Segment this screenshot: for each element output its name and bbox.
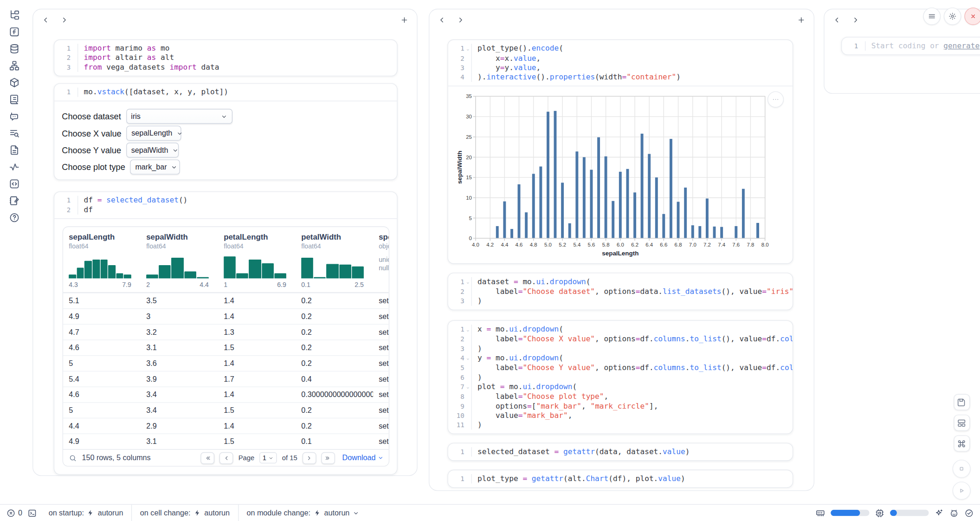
table-row[interactable]: 4.931.40.2setosa [63, 308, 389, 324]
sidebar-database-button[interactable] [9, 43, 20, 54]
x-value-select[interactable]: sepalLength [127, 126, 182, 141]
cell-plot-type[interactable]: 1plot_type = getattr(alt.Chart(df), plot… [447, 470, 793, 488]
page-select[interactable]: 1 [259, 452, 277, 463]
functions-icon [9, 26, 20, 38]
add-cell-button[interactable] [797, 16, 806, 25]
page-count-label: of 15 [282, 454, 297, 462]
cell-vstack[interactable]: 1mo.vstack([dataset, x, y, plot]) Choose… [54, 83, 398, 180]
sidebar-square-code-button[interactable] [9, 178, 20, 189]
cell-xyplot-dropdowns[interactable]: 1⌄x = mo.ui.dropdown(2 label="Choose X v… [447, 320, 793, 434]
chevrons-left-icon [204, 455, 211, 462]
table-row[interactable]: 4.63.41.40.30000000000000004setosa [63, 386, 389, 402]
sidebar-notebook-pen-button[interactable] [9, 195, 20, 206]
cell-plot[interactable]: 1⌄plot_type().encode(2 x=x.value,3 y=y.v… [447, 39, 793, 264]
on-module-change-setting[interactable]: on module change: autorun [238, 504, 368, 521]
terminal-button[interactable] [27, 508, 37, 517]
empty-code-editor[interactable]: 1Start coding or generate with [842, 38, 980, 54]
table-row[interactable]: 53.61.40.2setosa [63, 355, 389, 371]
command-palette-button[interactable] [954, 435, 970, 451]
on-startup-setting[interactable]: on startup: autorun [40, 504, 131, 521]
layout-toggle-button[interactable] [954, 415, 970, 431]
table-row[interactable]: 4.42.91.40.2setosa [63, 418, 389, 434]
stop-button[interactable] [953, 460, 971, 478]
table-row[interactable]: 53.41.50.2setosa [63, 402, 389, 418]
notebook-menu-button[interactable] [923, 7, 941, 25]
next-page-button[interactable] [302, 452, 316, 464]
column-scroll-right-button[interactable] [851, 16, 860, 25]
plot-type-select[interactable]: mark_bar [130, 159, 181, 174]
chart-menu-button[interactable] [767, 91, 784, 108]
on-cell-change-setting[interactable]: on cell change: autorun [131, 504, 238, 521]
cell-dataset-dropdown[interactable]: 1⌄dataset = mo.ui.dropdown(2 label="Choo… [447, 273, 793, 310]
code-editor-imports[interactable]: 1import marimo as mo2import altair as al… [54, 40, 397, 76]
table-row[interactable]: 4.93.11.50.1setosa [63, 433, 389, 449]
svg-text:4.8: 4.8 [530, 242, 537, 247]
error-counter[interactable]: 0 [6, 508, 22, 517]
column-scroll-right-button[interactable] [456, 16, 465, 25]
table-row[interactable]: 4.73.21.30.2setosa [63, 324, 389, 340]
chat-bot-button[interactable] [949, 508, 959, 517]
column-histogram[interactable] [301, 254, 364, 278]
cell-selected-dataset[interactable]: 1selected_dataset = getattr(data, datase… [447, 443, 793, 461]
column-histogram[interactable] [146, 254, 209, 278]
column-1-header [33, 9, 417, 31]
search-icon[interactable] [69, 454, 77, 462]
code-editor-dataset[interactable]: 1⌄dataset = mo.ui.dropdown(2 label="Choo… [448, 274, 793, 310]
sidebar-bot-chat-button[interactable] [9, 111, 20, 122]
cell-imports[interactable]: 1import marimo as mo2import altair as al… [54, 39, 398, 76]
sidebar-activity-button[interactable] [9, 162, 20, 173]
prev-page-button[interactable] [219, 452, 233, 464]
sidebar-graph-button[interactable] [9, 60, 20, 71]
sidebar-functions-button[interactable] [9, 26, 20, 38]
column-scroll-right-button[interactable] [60, 16, 69, 25]
first-page-button[interactable] [201, 452, 215, 464]
sidebar-text-search-button[interactable] [9, 128, 20, 139]
sidebar-file-tree-button[interactable] [9, 9, 20, 20]
cell-empty-scratch[interactable]: 1Start coding or generate with [841, 37, 980, 55]
save-icon [957, 397, 966, 407]
sidebar-file-text-button[interactable] [9, 144, 20, 156]
column-header-sepalLength[interactable]: sepalLengthfloat644.37.9 [63, 227, 141, 292]
dropdown-label: Choose plot type [62, 163, 125, 172]
column-histogram[interactable] [69, 254, 131, 278]
column-scroll-left-button[interactable] [438, 16, 446, 25]
dataset-select[interactable]: iris [126, 109, 232, 124]
dataframe-table: sepalLengthfloat644.37.9sepalWidthfloat6… [63, 227, 389, 467]
shutdown-button[interactable] [964, 7, 980, 25]
code-editor-plot-type[interactable]: 1plot_type = getattr(alt.Chart(df), plot… [448, 470, 793, 487]
download-button[interactable]: Download [342, 454, 384, 462]
cell-dataframe[interactable]: 1df = selected_dataset()2df sepalLengthf… [54, 191, 398, 475]
menu-icon [928, 12, 936, 21]
table-row[interactable]: 5.13.51.40.2setosa [63, 293, 389, 308]
column-scroll-left-button[interactable] [41, 16, 50, 25]
y-value-select[interactable]: sepalWidth [126, 143, 179, 157]
altair-bar-chart[interactable]: 4.04.24.44.64.85.05.25.45.65.86.06.26.46… [457, 90, 793, 261]
add-cell-button[interactable] [400, 16, 409, 25]
fold-marker: ⌄ [464, 44, 471, 54]
settings-button[interactable] [944, 7, 961, 25]
save-button[interactable] [954, 394, 970, 410]
code-editor-df[interactable]: 1df = selected_dataset()2df [54, 192, 397, 219]
svg-text:6.6: 6.6 [660, 242, 667, 247]
column-header-species[interactable]: speciesobjectunique:nulls: [373, 227, 389, 292]
svg-text:4.6: 4.6 [516, 242, 523, 247]
column-header-petalWidth[interactable]: petalWidthfloat640.12.5 [296, 227, 373, 292]
code-editor-xyplot[interactable]: 1⌄x = mo.ui.dropdown(2 label="Choose X v… [448, 321, 793, 433]
sidebar-logs-button[interactable] [9, 94, 20, 105]
svg-text:4.2: 4.2 [486, 242, 494, 247]
last-page-button[interactable] [321, 452, 335, 464]
run-all-button[interactable] [953, 482, 971, 500]
code-editor-plot[interactable]: 1⌄plot_type().encode(2 x=x.value,3 y=y.v… [448, 40, 793, 85]
table-row[interactable]: 4.63.11.50.2setosa [63, 339, 389, 355]
sidebar-package-button[interactable] [9, 77, 20, 88]
column-header-petalLength[interactable]: petalLengthfloat6416.9 [218, 227, 296, 292]
column-header-sepalWidth[interactable]: sepalWidthfloat6424.4 [141, 227, 218, 292]
table-row[interactable]: 5.43.91.70.4setosa [63, 371, 389, 387]
column-2-header [429, 9, 813, 31]
sidebar-help-button[interactable] [9, 212, 20, 223]
column-scroll-left-button[interactable] [832, 16, 841, 25]
column-histogram[interactable] [224, 254, 286, 278]
code-editor-selected-dataset[interactable]: 1selected_dataset = getattr(data, datase… [448, 443, 793, 460]
code-editor-vstack[interactable]: 1mo.vstack([dataset, x, y, plot]) [54, 84, 397, 100]
ai-assist-button[interactable] [935, 508, 944, 517]
